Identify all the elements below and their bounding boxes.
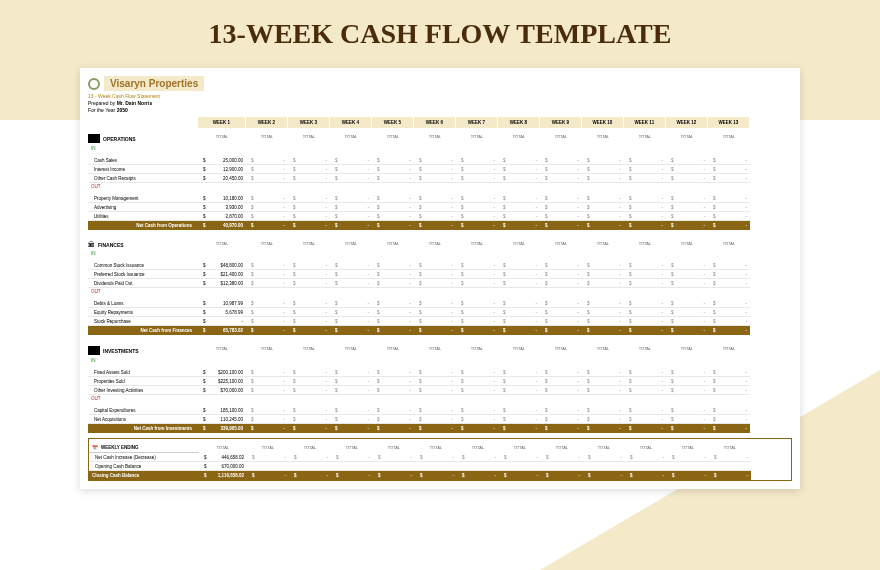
out-label: OUT: [88, 183, 792, 190]
in-label: IN: [88, 250, 792, 257]
page-title: 13-WEEK CASH FLOW TEMPLATE: [0, 18, 880, 50]
in-label: IN: [88, 145, 792, 152]
company-logo: [88, 78, 100, 90]
spreadsheet-template: Visaryn Properties 13 - Week Cash Flow S…: [80, 68, 800, 489]
bank-icon: 🏛: [88, 241, 95, 248]
doc-subtitle: 13 - Week Cash Flow Statement: [88, 93, 792, 99]
section-investments: INVESTMENTS: [88, 344, 198, 357]
week-header-row: WEEK 1WEEK 2WEEK 3WEEK 4WEEK 5WEEK 6WEEK…: [88, 117, 792, 128]
section-finances: 🏛FINANCES: [88, 239, 198, 250]
prepared-by: Prepared by Mr. Dain Norris: [88, 100, 792, 106]
year-label: For the Year 2050: [88, 107, 792, 113]
company-name: Visaryn Properties: [104, 76, 204, 91]
calendar-icon: 📅: [92, 445, 98, 450]
weekly-ending-section: 📅WEEKLY ENDING TOTALTOTALTOTALTOTALTOTAL…: [88, 438, 792, 481]
section-operations: OPERATIONS: [88, 132, 198, 145]
